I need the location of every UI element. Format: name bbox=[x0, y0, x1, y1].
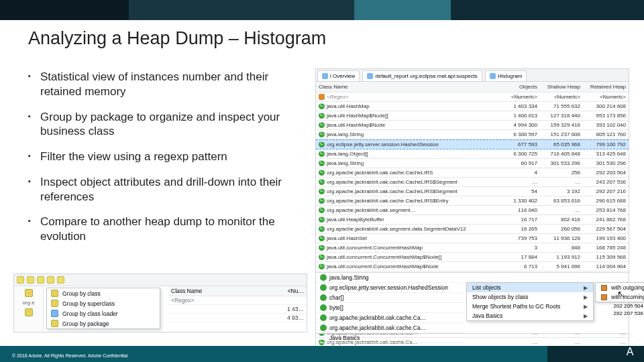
bullet-item: Group by package to organize and inspect… bbox=[28, 110, 310, 139]
histogram-row[interactable]: org.apache.jackrabbit.oak.cache.CacheLIR… bbox=[316, 196, 629, 206]
slide-root: Analyzing a Heap Dump – Histogram Statis… bbox=[0, 0, 644, 362]
groupby-sidebar-label: org.e bbox=[22, 300, 34, 306]
histogram-icon bbox=[490, 73, 496, 79]
histogram-row[interactable]: java.util.concurrent.ConcurrentHashMap$N… bbox=[316, 253, 629, 262]
class-icon bbox=[51, 290, 58, 297]
regex-icon bbox=[319, 94, 325, 100]
class-icon bbox=[320, 314, 327, 321]
histogram-row[interactable]: java.util.HashMap$Node[]1 400 013127 318… bbox=[316, 111, 629, 121]
class-icon bbox=[320, 304, 327, 311]
ctx-left-row[interactable]: org.eclipse.jetty.server.session.HashedS… bbox=[316, 283, 464, 293]
class-icon bbox=[319, 179, 325, 185]
ctx-left-row[interactable]: char[] bbox=[316, 293, 464, 303]
histogram-row[interactable]: java.util.HashMap$Node4 994 300159 329 4… bbox=[316, 121, 629, 130]
class-icon bbox=[319, 235, 325, 241]
decorative-top-band bbox=[0, 0, 644, 20]
groupby-menu: Group by class Group by superclass Group… bbox=[46, 288, 160, 329]
histogram-row[interactable]: org.apache.jackrabbit.oak.segment…116 04… bbox=[316, 206, 629, 215]
bullet-item: Statistical view of instances number and… bbox=[28, 70, 310, 99]
col-objects[interactable]: Objects bbox=[501, 82, 540, 92]
histogram-row[interactable]: java.util.HashSet739 75311 936 128199 19… bbox=[316, 234, 629, 243]
tab-overview[interactable]: i Overview bbox=[317, 70, 360, 81]
histogram-row[interactable]: java.util.HashMap1 403 33471 555 632300 … bbox=[316, 102, 629, 111]
menu-group-by-classloader[interactable]: Group by class loader bbox=[47, 308, 160, 318]
ctx-left-row[interactable]: Java Basics bbox=[316, 333, 464, 343]
tab-histogram[interactable]: Histogram bbox=[485, 70, 527, 81]
editor-tabs: i Overview default_report org.eclipse.ma… bbox=[316, 69, 629, 82]
ctx-left-row[interactable]: byte[] bbox=[316, 303, 464, 313]
class-icon bbox=[319, 198, 325, 204]
chevron-right-icon: ▶ bbox=[584, 304, 588, 310]
gb-col-num[interactable]: <Nu… bbox=[274, 286, 307, 296]
package-icon[interactable] bbox=[25, 289, 33, 297]
class-icon bbox=[320, 294, 327, 301]
col-retained[interactable]: Retained Heap bbox=[583, 82, 629, 92]
ctx-left-row[interactable]: org.apache.jackrabbit.oak.cache.Ca… bbox=[316, 323, 464, 333]
ctx-left-list: java.lang.String org.eclipse.jetty.serve… bbox=[316, 273, 464, 333]
context-menu: List objects▶ Show objects by class▶ Mer… bbox=[466, 282, 594, 321]
outgoing-icon bbox=[601, 285, 607, 291]
class-icon bbox=[319, 245, 325, 251]
histogram-row[interactable]: org.apache.jackrabbit.oak.segment.data.S… bbox=[316, 225, 629, 234]
col-classname[interactable]: Class Name bbox=[316, 82, 501, 92]
col-shallow[interactable]: Shallow Heap bbox=[540, 82, 583, 92]
menu-group-by-class[interactable]: Group by class bbox=[47, 288, 160, 298]
gb-row: 1 43… bbox=[168, 305, 307, 314]
ctx-left-row[interactable]: java.lang.String bbox=[316, 273, 464, 283]
ctx-left-row[interactable]: org.apache.jackrabbit.oak.cache.Ca… bbox=[316, 313, 464, 323]
histogram-row[interactable]: org.apache.jackrabbit.oak.cache.CacheLIR… bbox=[316, 187, 629, 196]
footer-band: © 2018 Adobe. All Rights Reserved. Adobe… bbox=[0, 346, 644, 362]
histogram-row[interactable]: java.lang.String60 917301 533 296301 530… bbox=[316, 159, 629, 168]
gb-row: 4 93… bbox=[168, 314, 307, 322]
ctx-menu-show-by-class[interactable]: Show objects by class▶ bbox=[467, 292, 593, 302]
histogram-row[interactable]: java.util.HeapByteBuffer16 717802 416241… bbox=[316, 215, 629, 225]
class-icon bbox=[319, 254, 325, 260]
info-icon bbox=[322, 73, 328, 79]
groupby-table: Class Name <Nu… <Regex> 1 43… 4 93… bbox=[168, 286, 307, 332]
histogram-row[interactable]: org.apache.jackrabbit.oak.cache.CacheLIR… bbox=[316, 168, 629, 178]
menu-group-by-superclass[interactable]: Group by superclass bbox=[47, 298, 160, 308]
footer-copyright: © 2018 Adobe. All Rights Reserved. Adobe… bbox=[12, 353, 129, 358]
regex-filter-row[interactable]: <Regex> <Numeric> <Numeric> <Numeric> bbox=[316, 93, 629, 102]
tab-report[interactable]: default_report org.eclipse.mat.api:suspe… bbox=[362, 70, 482, 81]
report-icon bbox=[367, 73, 373, 79]
histogram-row[interactable]: org.apache.jackrabbit.oak.cache.CacheLIR… bbox=[316, 178, 629, 187]
histogram-row[interactable]: java.util.concurrent.ConcurrentHashMap38… bbox=[316, 243, 629, 253]
ctx-menu-java-basics[interactable]: Java Basics▶ bbox=[467, 311, 593, 320]
superclass-icon bbox=[51, 300, 58, 307]
class-icon bbox=[319, 141, 325, 147]
gb-row: <Regex> bbox=[168, 296, 307, 305]
class-icon bbox=[319, 151, 325, 157]
context-panel: java.lang.String org.eclipse.jetty.serve… bbox=[315, 272, 629, 334]
ctx-menu-gc-roots[interactable]: Merge Shortest Paths to GC Roots▶ bbox=[467, 302, 593, 311]
menu-group-by-package[interactable]: Group by package bbox=[47, 318, 160, 328]
class-icon bbox=[319, 226, 325, 232]
ctx-right-numbers: 202 205 504 282 207 536 bbox=[595, 302, 644, 317]
class-icon bbox=[320, 274, 327, 281]
toolbar-icon[interactable] bbox=[47, 276, 54, 284]
bullet-item: Inspect object attributes and drill-down… bbox=[28, 175, 310, 204]
histogram-row[interactable]: java.lang.Object[]6 300 725716 405 84831… bbox=[316, 149, 629, 159]
incoming-icon bbox=[601, 294, 607, 300]
class-icon bbox=[319, 103, 325, 109]
class-icon bbox=[320, 284, 327, 291]
chevron-right-icon: ▶ bbox=[584, 313, 588, 319]
adobe-logo-icon: A bbox=[624, 346, 636, 358]
class-icon bbox=[319, 122, 325, 128]
histogram-header: Class Name Objects Shallow Heap Retained… bbox=[316, 82, 629, 93]
groupby-panel: org.e Group by class Group by superclass… bbox=[13, 274, 307, 333]
histogram-row[interactable]: java.util.concurrent.ConcurrentHashMap$N… bbox=[316, 262, 629, 272]
toolbar-icon[interactable] bbox=[57, 276, 64, 284]
toolbar-icon[interactable] bbox=[17, 276, 24, 284]
ctx-menu-list-objects[interactable]: List objects▶ bbox=[467, 283, 593, 292]
gb-col-classname[interactable]: Class Name bbox=[168, 286, 274, 296]
class-icon bbox=[319, 113, 325, 119]
toolbar-icon[interactable] bbox=[37, 276, 44, 284]
package-icon[interactable] bbox=[25, 308, 33, 316]
toolbar-icon[interactable] bbox=[27, 276, 34, 284]
class-icon bbox=[319, 207, 325, 213]
histogram-row[interactable]: org.eclipse.jetty.server.session.HashedS… bbox=[316, 139, 629, 149]
histogram-row[interactable]: java.lang.String6 300 597151 237 608805 … bbox=[316, 130, 629, 139]
class-icon bbox=[319, 160, 325, 166]
class-icon bbox=[319, 188, 325, 194]
